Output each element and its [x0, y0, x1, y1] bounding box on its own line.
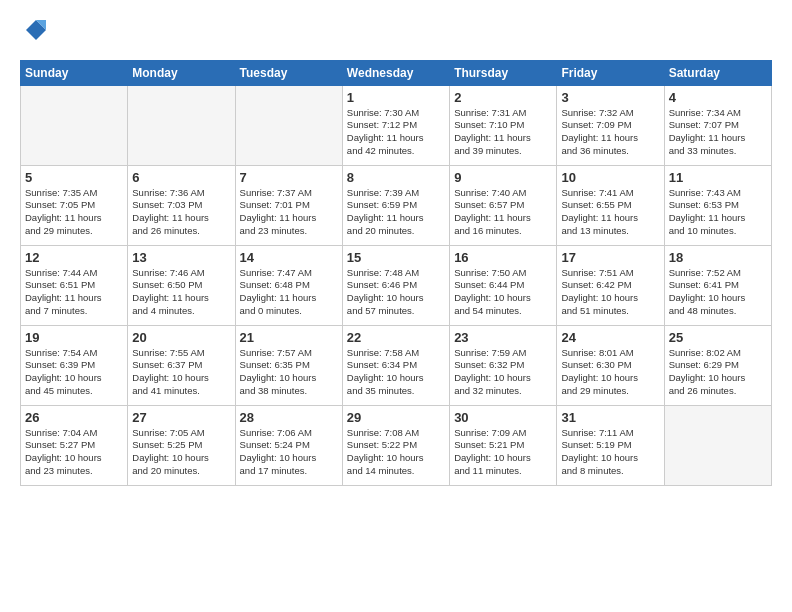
day-number: 21: [240, 330, 338, 345]
day-info: Sunrise: 7:11 AM Sunset: 5:19 PM Dayligh…: [561, 427, 659, 478]
day-info: Sunrise: 7:43 AM Sunset: 6:53 PM Dayligh…: [669, 187, 767, 238]
day-info: Sunrise: 7:55 AM Sunset: 6:37 PM Dayligh…: [132, 347, 230, 398]
day-info: Sunrise: 7:57 AM Sunset: 6:35 PM Dayligh…: [240, 347, 338, 398]
weekday-header-saturday: Saturday: [664, 60, 771, 85]
logo: [20, 16, 50, 50]
day-info: Sunrise: 7:08 AM Sunset: 5:22 PM Dayligh…: [347, 427, 445, 478]
calendar-cell: 20Sunrise: 7:55 AM Sunset: 6:37 PM Dayli…: [128, 325, 235, 405]
day-number: 8: [347, 170, 445, 185]
week-row-4: 19Sunrise: 7:54 AM Sunset: 6:39 PM Dayli…: [21, 325, 772, 405]
day-number: 11: [669, 170, 767, 185]
day-info: Sunrise: 7:31 AM Sunset: 7:10 PM Dayligh…: [454, 107, 552, 158]
day-number: 17: [561, 250, 659, 265]
weekday-header-friday: Friday: [557, 60, 664, 85]
day-info: Sunrise: 7:41 AM Sunset: 6:55 PM Dayligh…: [561, 187, 659, 238]
calendar-cell: 31Sunrise: 7:11 AM Sunset: 5:19 PM Dayli…: [557, 405, 664, 485]
day-number: 6: [132, 170, 230, 185]
day-number: 30: [454, 410, 552, 425]
calendar-cell: 5Sunrise: 7:35 AM Sunset: 7:05 PM Daylig…: [21, 165, 128, 245]
day-number: 5: [25, 170, 123, 185]
calendar-cell: 28Sunrise: 7:06 AM Sunset: 5:24 PM Dayli…: [235, 405, 342, 485]
calendar-cell: 27Sunrise: 7:05 AM Sunset: 5:25 PM Dayli…: [128, 405, 235, 485]
weekday-header-tuesday: Tuesday: [235, 60, 342, 85]
calendar-cell: 16Sunrise: 7:50 AM Sunset: 6:44 PM Dayli…: [450, 245, 557, 325]
calendar-cell: 3Sunrise: 7:32 AM Sunset: 7:09 PM Daylig…: [557, 85, 664, 165]
day-number: 29: [347, 410, 445, 425]
calendar-cell: [235, 85, 342, 165]
week-row-1: 1Sunrise: 7:30 AM Sunset: 7:12 PM Daylig…: [21, 85, 772, 165]
day-number: 9: [454, 170, 552, 185]
day-number: 20: [132, 330, 230, 345]
day-number: 22: [347, 330, 445, 345]
calendar-cell: 12Sunrise: 7:44 AM Sunset: 6:51 PM Dayli…: [21, 245, 128, 325]
day-number: 31: [561, 410, 659, 425]
calendar-cell: 24Sunrise: 8:01 AM Sunset: 6:30 PM Dayli…: [557, 325, 664, 405]
calendar-cell: 13Sunrise: 7:46 AM Sunset: 6:50 PM Dayli…: [128, 245, 235, 325]
calendar-cell: 1Sunrise: 7:30 AM Sunset: 7:12 PM Daylig…: [342, 85, 449, 165]
week-row-5: 26Sunrise: 7:04 AM Sunset: 5:27 PM Dayli…: [21, 405, 772, 485]
weekday-header-sunday: Sunday: [21, 60, 128, 85]
calendar-cell: 8Sunrise: 7:39 AM Sunset: 6:59 PM Daylig…: [342, 165, 449, 245]
calendar-cell: 15Sunrise: 7:48 AM Sunset: 6:46 PM Dayli…: [342, 245, 449, 325]
weekday-header-wednesday: Wednesday: [342, 60, 449, 85]
calendar-cell: 23Sunrise: 7:59 AM Sunset: 6:32 PM Dayli…: [450, 325, 557, 405]
day-number: 24: [561, 330, 659, 345]
day-number: 27: [132, 410, 230, 425]
calendar-cell: 26Sunrise: 7:04 AM Sunset: 5:27 PM Dayli…: [21, 405, 128, 485]
day-number: 4: [669, 90, 767, 105]
weekday-header-row: SundayMondayTuesdayWednesdayThursdayFrid…: [21, 60, 772, 85]
header: [20, 16, 772, 50]
day-number: 18: [669, 250, 767, 265]
day-info: Sunrise: 7:39 AM Sunset: 6:59 PM Dayligh…: [347, 187, 445, 238]
day-info: Sunrise: 7:37 AM Sunset: 7:01 PM Dayligh…: [240, 187, 338, 238]
day-info: Sunrise: 7:09 AM Sunset: 5:21 PM Dayligh…: [454, 427, 552, 478]
day-info: Sunrise: 7:40 AM Sunset: 6:57 PM Dayligh…: [454, 187, 552, 238]
day-info: Sunrise: 7:47 AM Sunset: 6:48 PM Dayligh…: [240, 267, 338, 318]
day-number: 13: [132, 250, 230, 265]
calendar-cell: 30Sunrise: 7:09 AM Sunset: 5:21 PM Dayli…: [450, 405, 557, 485]
day-number: 25: [669, 330, 767, 345]
day-number: 16: [454, 250, 552, 265]
calendar-cell: [21, 85, 128, 165]
day-info: Sunrise: 7:52 AM Sunset: 6:41 PM Dayligh…: [669, 267, 767, 318]
weekday-header-thursday: Thursday: [450, 60, 557, 85]
day-info: Sunrise: 7:51 AM Sunset: 6:42 PM Dayligh…: [561, 267, 659, 318]
day-info: Sunrise: 7:30 AM Sunset: 7:12 PM Dayligh…: [347, 107, 445, 158]
calendar-cell: 2Sunrise: 7:31 AM Sunset: 7:10 PM Daylig…: [450, 85, 557, 165]
day-number: 15: [347, 250, 445, 265]
calendar-cell: [664, 405, 771, 485]
day-info: Sunrise: 7:58 AM Sunset: 6:34 PM Dayligh…: [347, 347, 445, 398]
day-info: Sunrise: 7:06 AM Sunset: 5:24 PM Dayligh…: [240, 427, 338, 478]
calendar-cell: 6Sunrise: 7:36 AM Sunset: 7:03 PM Daylig…: [128, 165, 235, 245]
day-number: 19: [25, 330, 123, 345]
day-number: 26: [25, 410, 123, 425]
day-info: Sunrise: 7:36 AM Sunset: 7:03 PM Dayligh…: [132, 187, 230, 238]
calendar-cell: 11Sunrise: 7:43 AM Sunset: 6:53 PM Dayli…: [664, 165, 771, 245]
calendar-cell: 4Sunrise: 7:34 AM Sunset: 7:07 PM Daylig…: [664, 85, 771, 165]
day-info: Sunrise: 7:59 AM Sunset: 6:32 PM Dayligh…: [454, 347, 552, 398]
week-row-3: 12Sunrise: 7:44 AM Sunset: 6:51 PM Dayli…: [21, 245, 772, 325]
calendar-cell: 22Sunrise: 7:58 AM Sunset: 6:34 PM Dayli…: [342, 325, 449, 405]
day-info: Sunrise: 8:02 AM Sunset: 6:29 PM Dayligh…: [669, 347, 767, 398]
calendar-cell: 17Sunrise: 7:51 AM Sunset: 6:42 PM Dayli…: [557, 245, 664, 325]
day-info: Sunrise: 7:34 AM Sunset: 7:07 PM Dayligh…: [669, 107, 767, 158]
calendar-cell: 25Sunrise: 8:02 AM Sunset: 6:29 PM Dayli…: [664, 325, 771, 405]
logo-text-block: [20, 16, 50, 50]
day-info: Sunrise: 7:44 AM Sunset: 6:51 PM Dayligh…: [25, 267, 123, 318]
weekday-header-monday: Monday: [128, 60, 235, 85]
calendar-cell: 9Sunrise: 7:40 AM Sunset: 6:57 PM Daylig…: [450, 165, 557, 245]
day-info: Sunrise: 7:35 AM Sunset: 7:05 PM Dayligh…: [25, 187, 123, 238]
calendar-cell: 19Sunrise: 7:54 AM Sunset: 6:39 PM Dayli…: [21, 325, 128, 405]
day-info: Sunrise: 7:50 AM Sunset: 6:44 PM Dayligh…: [454, 267, 552, 318]
day-info: Sunrise: 7:05 AM Sunset: 5:25 PM Dayligh…: [132, 427, 230, 478]
logo-icon: [22, 16, 50, 44]
calendar-cell: 18Sunrise: 7:52 AM Sunset: 6:41 PM Dayli…: [664, 245, 771, 325]
calendar-cell: 7Sunrise: 7:37 AM Sunset: 7:01 PM Daylig…: [235, 165, 342, 245]
calendar: SundayMondayTuesdayWednesdayThursdayFrid…: [20, 60, 772, 486]
calendar-cell: 10Sunrise: 7:41 AM Sunset: 6:55 PM Dayli…: [557, 165, 664, 245]
day-info: Sunrise: 7:32 AM Sunset: 7:09 PM Dayligh…: [561, 107, 659, 158]
calendar-cell: [128, 85, 235, 165]
week-row-2: 5Sunrise: 7:35 AM Sunset: 7:05 PM Daylig…: [21, 165, 772, 245]
day-number: 28: [240, 410, 338, 425]
day-number: 1: [347, 90, 445, 105]
